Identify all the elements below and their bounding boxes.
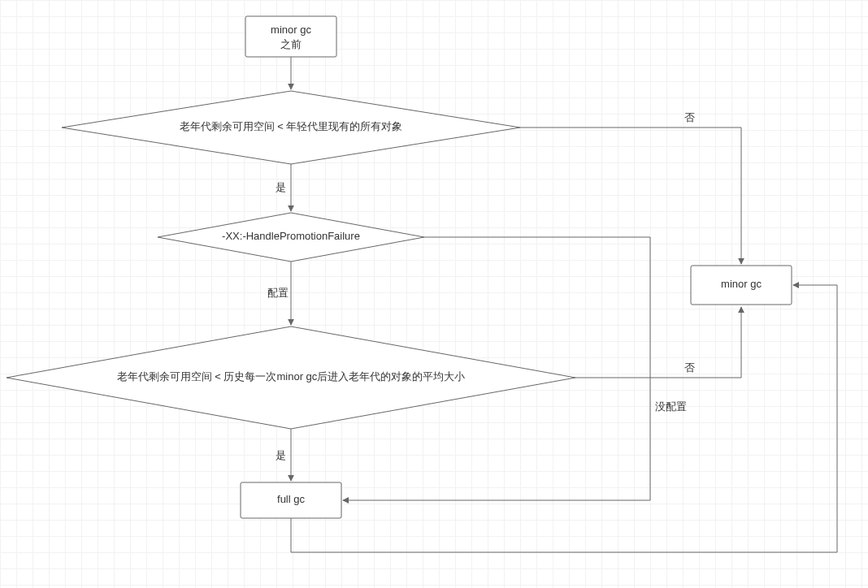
svg-text:老年代剩余可用空间 < 年轻代里现有的所有对象: 老年代剩余可用空间 < 年轻代里现有的所有对象 [180,120,403,132]
svg-rect-0 [245,16,336,57]
node-d2: -XX:-HandlePromotionFailure [158,213,424,262]
node-full-gc: full gc [241,482,341,518]
flowchart-canvas: minor gc 之前 老年代剩余可用空间 < 年轻代里现有的所有对象 否 是 … [0,0,868,588]
svg-text:full gc: full gc [277,493,305,505]
svg-text:否: 否 [684,111,695,123]
svg-text:-XX:-HandlePromotionFailure: -XX:-HandlePromotionFailure [222,230,360,242]
svg-text:是: 是 [276,449,286,461]
edge-d3-minor: 否 [575,307,741,378]
node-d1: 老年代剩余可用空间 < 年轻代里现有的所有对象 [62,91,520,164]
svg-text:minor gc: minor gc [271,24,311,36]
edge-full-minor [291,285,837,552]
svg-text:之前: 之前 [280,38,302,50]
svg-text:是: 是 [276,181,286,193]
svg-text:老年代剩余可用空间 < 历史每一次minor gc后进入老年: 老年代剩余可用空间 < 历史每一次minor gc后进入老年代的对象的平均大小 [117,370,466,383]
svg-text:没配置: 没配置 [655,400,687,413]
edge-d3-full: 是 [276,429,292,481]
svg-text:否: 否 [684,361,695,374]
edge-d2-d3: 配置 [267,262,291,325]
svg-text:配置: 配置 [267,287,289,299]
svg-text:minor gc: minor gc [721,278,762,290]
edge-d1-d2: 是 [276,164,292,211]
node-d3: 老年代剩余可用空间 < 历史每一次minor gc后进入老年代的对象的平均大小 [7,326,575,429]
node-minor-gc: minor gc [691,266,792,305]
edge-d1-minor: 否 [520,111,741,264]
node-start: minor gc 之前 [245,16,336,57]
